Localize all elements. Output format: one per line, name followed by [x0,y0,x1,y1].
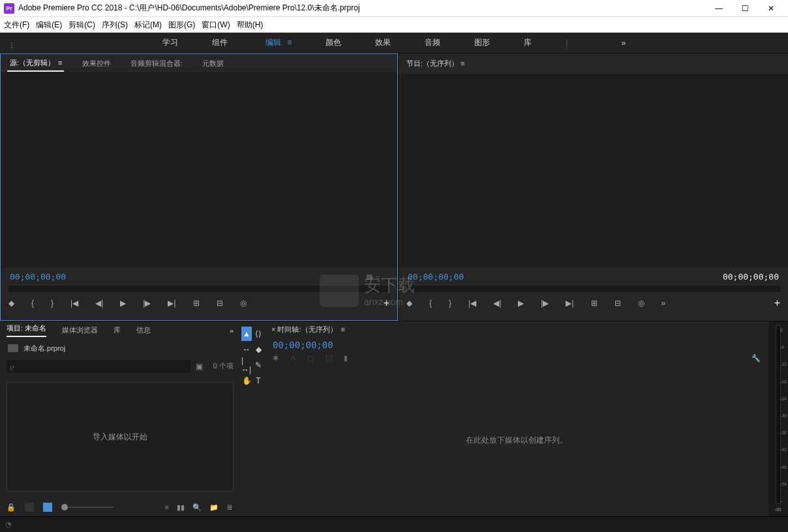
project-search-input[interactable] [7,360,190,373]
new-item-icon[interactable]: 🗏 [226,503,234,512]
program-timecode-left[interactable]: 00;00;00;00 [408,272,464,282]
workspace-graphics[interactable]: 图形 [470,35,494,51]
workspace-libraries[interactable]: 库 [520,35,536,51]
new-folder-icon[interactable]: 📁 [209,503,219,512]
pen-tool[interactable]: ✎ [253,358,264,372]
tab-audio-mixer[interactable]: 音频剪辑混合器: [129,56,184,71]
tab-metadata[interactable]: 元数据 [201,56,225,71]
workspace-learn[interactable]: 学习 [159,35,182,51]
menu-sequence[interactable]: 序列(S) [102,20,128,31]
button-editor-icon[interactable]: + [774,297,780,309]
project-drop-area[interactable]: 导入媒体以开始 [7,382,234,492]
list-view-icon[interactable] [25,503,34,512]
program-scrubber[interactable] [406,286,780,292]
type-tool[interactable]: T [253,374,264,388]
maximize-button[interactable]: ☐ [732,1,758,16]
audio-meter-panel: 0-6-12 -18-24-30 -36-42-48 -54-- dB [768,321,788,516]
rate-tool[interactable]: |↔| [241,358,252,372]
tab-project[interactable]: 项目: 未命名 [7,323,46,337]
status-icon: ◔ [5,520,12,529]
tab-media-browser[interactable]: 媒体浏览器 [62,325,98,335]
rolling-tool[interactable]: ◆ [253,342,264,357]
menu-graphics[interactable]: 图形(G) [168,20,195,31]
tl-marker-icon[interactable]: ⬚ [326,354,332,362]
go-to-in-icon[interactable]: |◀ [468,299,476,308]
project-tabs-overflow[interactable]: » [230,327,234,334]
export-frame-icon[interactable]: ◎ [638,299,644,308]
in-point-icon[interactable]: { [31,299,34,308]
step-back-icon[interactable]: ◀| [95,299,103,308]
tab-info[interactable]: 信息 [136,325,151,335]
workspace-assembly[interactable]: 组件 [208,35,232,51]
new-bin-icon[interactable]: ▣ [196,362,203,371]
workspace-editing[interactable]: 编辑 ≡ [258,35,296,51]
source-tabs: 源:（无剪辑） ≡ 效果控件 音频剪辑混合器: 元数据 [1,54,397,72]
step-forward-icon[interactable]: |▶ [143,299,151,308]
menu-help[interactable]: 帮助(H) [237,20,264,31]
source-scrubber[interactable] [8,286,389,292]
hand-tool[interactable]: ✋ [241,374,252,388]
workspace-audio[interactable]: 音频 [421,35,444,51]
timeline-drop-area[interactable]: 在此处放下媒体以创建序列。 [265,364,768,516]
extract-icon[interactable]: ⊟ [614,299,621,308]
tab-program[interactable]: 节目:（无序列） ≡ [399,53,788,74]
project-filename: 未命名.prproj [23,344,65,353]
tl-settings-icon[interactable]: ▮ [344,354,348,362]
tab-source[interactable]: 源:（无剪辑） ≡ [7,55,64,72]
insert-icon[interactable]: ⊞ [193,299,200,308]
tl-magnet-icon[interactable]: ∩ [290,354,296,362]
tab-timeline[interactable]: × 时间轴:（无序列） ≡ [265,321,768,337]
source-timecode-left[interactable]: 00;00;00;00 [10,272,66,282]
zoom-slider[interactable] [61,507,114,508]
export-frame-icon[interactable]: ◎ [240,299,247,308]
play-icon[interactable]: ▶ [518,299,524,308]
find-icon[interactable]: 🔍 [192,503,202,512]
play-icon[interactable]: ▶ [120,299,126,308]
overflow-icon[interactable]: » [661,299,666,308]
hamburger-icon[interactable]: ⁝ [7,38,17,53]
out-point-icon[interactable]: } [449,299,451,308]
close-button[interactable]: ✕ [758,1,784,16]
workspace-effects[interactable]: 效果 [371,35,395,51]
automate-icon[interactable]: ▮▮ [177,503,185,512]
overwrite-icon[interactable]: ⊟ [217,299,223,308]
tl-wrench-icon[interactable]: 🔧 [751,354,761,362]
audio-meter-scale: 0-6-12 -18-24-30 -36-42-48 -54-- [780,328,787,503]
marker-icon[interactable]: ◆ [8,299,14,308]
track-select-tool[interactable]: ⟨⟩ [253,327,264,341]
step-forward-icon[interactable]: |▶ [541,299,549,308]
go-to-in-icon[interactable]: |◀ [70,299,78,308]
program-monitor-panel: 节目:（无序列） ≡ 00;00;00;00 00;00;00;00 ◆ { }… [398,53,788,321]
project-file-icon [8,344,18,352]
icon-view-icon[interactable] [43,503,52,512]
out-point-icon[interactable]: } [51,299,53,308]
marker-icon[interactable]: ◆ [406,299,412,308]
sort-icon[interactable]: ≡ [165,503,169,512]
menu-marker[interactable]: 标记(M) [134,20,162,31]
statusbar: ◔ [0,516,788,532]
program-transport: ◆ { } |◀ ◀| ▶ |▶ ▶| ⊞ ⊟ ◎ » + [399,292,788,314]
workspace-color[interactable]: 颜色 [322,35,345,51]
source-fit-dropdown[interactable]: ▦ ↔ [366,273,382,281]
tl-link-icon[interactable]: ⬚ [307,354,314,362]
window-title: Adobe Premiere Pro CC 2018 - C:\用户\HD-06… [18,3,706,14]
selection-tool[interactable]: ▲ [241,327,252,341]
timeline-timecode[interactable]: 00;00;00;00 [265,337,768,353]
tab-libraries[interactable]: 库 [114,325,121,335]
workspace-overflow[interactable]: » [617,36,629,50]
lift-icon[interactable]: ⊞ [591,299,598,308]
tl-snap-icon[interactable]: ✱ [273,354,279,362]
go-to-out-icon[interactable]: ▶| [168,299,175,308]
menu-clip[interactable]: 剪辑(C) [68,20,95,31]
button-editor-icon[interactable]: + [384,297,389,309]
go-to-out-icon[interactable]: ▶| [566,299,573,308]
in-point-icon[interactable]: { [429,299,432,308]
menu-file[interactable]: 文件(F) [4,20,29,31]
lock-icon[interactable]: 🔓 [7,503,16,512]
menu-window[interactable]: 窗口(W) [202,20,230,31]
minimize-button[interactable]: — [706,1,732,16]
ripple-tool[interactable]: ↔ [241,342,252,357]
step-back-icon[interactable]: ◀| [493,299,501,308]
menu-edit[interactable]: 编辑(E) [36,20,62,31]
tab-effect-controls[interactable]: 效果控件 [81,56,112,71]
